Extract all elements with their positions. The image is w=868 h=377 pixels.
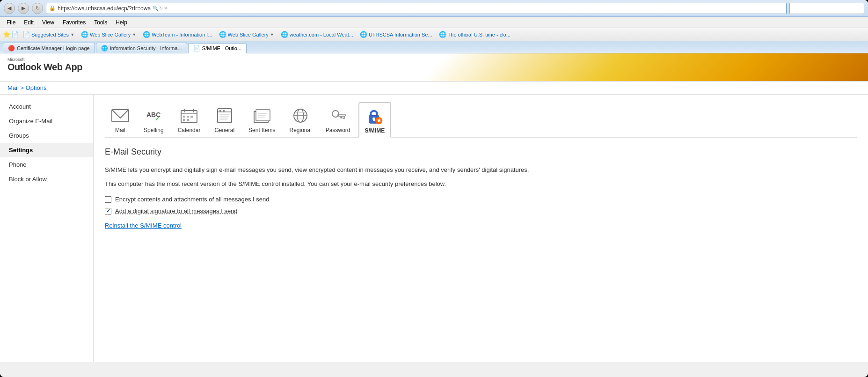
- breadcrumb-mail[interactable]: Mail: [7, 84, 19, 91]
- sidebar-item-groups[interactable]: Groups: [0, 128, 93, 143]
- sent-items-icon: [253, 106, 271, 125]
- tab-smime[interactable]: 📄 S/MIME - Outlo...: [188, 43, 247, 53]
- bookmark-weather[interactable]: 🌐 weather.com - Local Weat...: [278, 30, 356, 39]
- owa-microsoft-logo: Microsoft: [7, 57, 861, 62]
- bookmark-uthscsa-icon: 🌐: [360, 31, 367, 38]
- bookmark-uthscsa[interactable]: 🌐 UTHSCSA Information Se...: [357, 30, 435, 39]
- toolbar-btn-spelling[interactable]: ABC ✓ Spelling: [138, 102, 170, 137]
- calendar-icon: [180, 106, 198, 125]
- tab-infosec-icon: 🌐: [101, 45, 108, 52]
- mail-icon: [111, 106, 130, 125]
- smime-icon: ★: [365, 107, 384, 126]
- menu-edit[interactable]: Edit: [20, 18, 37, 27]
- bookmarks-bar: ⭐ 📄 📄 Suggested Sites ▼ 🌐 Web Slice Gall…: [0, 28, 868, 41]
- refresh-button[interactable]: ↻: [32, 3, 43, 14]
- browser-content: Microsoft Outlook Web App Mail > Options…: [0, 53, 868, 362]
- svg-rect-15: [223, 110, 225, 112]
- svg-text:✓: ✓: [155, 115, 160, 122]
- owa-header: Microsoft Outlook Web App: [0, 53, 868, 81]
- tab-smime-label: S/MIME - Outlo...: [202, 45, 241, 51]
- sidebar-item-organize-email[interactable]: Organize E-Mail: [0, 114, 93, 128]
- bookmark-webslice2-icon: 🌐: [219, 31, 226, 38]
- sidebar-item-settings[interactable]: Settings: [0, 143, 93, 157]
- svg-rect-0: [112, 110, 129, 122]
- toolbar-calendar-label: Calendar: [178, 127, 201, 133]
- toolbar-regional-label: Regional: [289, 127, 311, 133]
- svg-rect-14: [219, 110, 221, 112]
- menu-help[interactable]: Help: [112, 18, 131, 27]
- toolbar-btn-mail[interactable]: Mail: [105, 102, 136, 137]
- toolbar-btn-smime[interactable]: ★ S/MIME: [358, 102, 392, 138]
- bookmark-ustime-label: The official U.S. time - clo...: [448, 32, 511, 37]
- sidebar-item-account[interactable]: Account: [0, 99, 93, 114]
- encrypt-checkbox[interactable]: [105, 196, 111, 203]
- general-icon: [215, 106, 234, 125]
- bookmark-webslice2-label: Web Slice Gallery: [228, 32, 269, 37]
- toolbar-general-label: General: [214, 127, 234, 133]
- tab-cert-label: Certificate Manager | login page: [17, 45, 90, 51]
- address-box[interactable]: 🔒 https://owa.uthscsa.edu/ecp/?rfr=owa 🔍…: [46, 3, 787, 14]
- menu-file[interactable]: File: [3, 18, 19, 27]
- owa-sidebar: Account Organize E-Mail Groups Settings …: [0, 95, 94, 362]
- svg-rect-32: [343, 116, 344, 118]
- toolbar-sent-label: Sent Items: [248, 127, 275, 133]
- svg-rect-7: [183, 116, 185, 118]
- spelling-icon: ABC ✓: [144, 106, 163, 125]
- breadcrumb-separator: >: [20, 84, 25, 91]
- tab-bar: 🔴 Certificate Manager | login page 🌐 Inf…: [0, 41, 868, 53]
- reinstall-link-container: Reinstall the S/MIME control: [105, 222, 857, 229]
- section-title: E-Mail Security: [105, 147, 857, 160]
- reinstall-smime-link[interactable]: Reinstall the S/MIME control: [105, 222, 182, 229]
- toolbar-mail-label: Mail: [115, 127, 125, 133]
- lock-icon: 🔒: [49, 5, 56, 11]
- svg-text:★: ★: [376, 118, 381, 123]
- bookmark-webteam[interactable]: 🌐 WebTeam - Information f...: [140, 30, 215, 39]
- toolbar-btn-password[interactable]: Password: [320, 102, 357, 137]
- url-refresh-icon: ↻: [159, 6, 163, 11]
- section-description1: S/MIME lets you encrypt and digitally si…: [105, 165, 857, 175]
- menu-view[interactable]: View: [38, 18, 58, 27]
- add-favorite-icon: 📄: [11, 31, 19, 38]
- svg-rect-36: [373, 119, 375, 121]
- svg-rect-9: [190, 116, 193, 118]
- bookmark-ustime-icon: 🌐: [439, 31, 446, 38]
- menu-favorites[interactable]: Favorites: [59, 18, 89, 27]
- sidebar-item-block-or-allow[interactable]: Block or Allow: [0, 172, 93, 186]
- svg-rect-10: [183, 119, 185, 121]
- back-button[interactable]: ◀: [4, 3, 15, 14]
- tab-cert-manager[interactable]: 🔴 Certificate Manager | login page: [3, 43, 95, 53]
- menu-tools[interactable]: Tools: [90, 18, 111, 27]
- toolbar-btn-regional[interactable]: Regional: [283, 102, 317, 137]
- address-bar-area: ◀ ▶ ↻ 🔒 https://owa.uthscsa.edu/ecp/?rfr…: [0, 0, 868, 17]
- favorites-star-icon: ⭐: [3, 31, 10, 38]
- browser-window: ◀ ▶ ↻ 🔒 https://owa.uthscsa.edu/ecp/?rfr…: [0, 0, 868, 377]
- bookmark-webslice2-dropdown: ▼: [270, 32, 274, 37]
- svg-rect-11: [187, 119, 189, 121]
- svg-rect-8: [187, 116, 189, 118]
- bookmark-web-slice-1[interactable]: 🌐 Web Slice Gallery ▼: [78, 30, 139, 39]
- encrypt-checkbox-label: Encrypt contents and attachments of all …: [115, 196, 270, 203]
- bookmark-web-slice-2[interactable]: 🌐 Web Slice Gallery ▼: [216, 30, 277, 39]
- digital-sig-checkbox-label: Add a digital signature to all messages …: [115, 207, 238, 214]
- forward-button[interactable]: ▶: [18, 3, 29, 14]
- tab-smime-icon: 📄: [193, 45, 200, 52]
- owa-body: Account Organize E-Mail Groups Settings …: [0, 95, 868, 362]
- bookmark-weather-label: weather.com - Local Weat...: [290, 32, 353, 37]
- toolbar-btn-sent-items[interactable]: Sent Items: [242, 102, 281, 137]
- owa-app-title: Outlook Web App: [7, 62, 861, 73]
- icon-toolbar: Mail ABC ✓ Spelling: [105, 102, 857, 138]
- bookmark-ustime[interactable]: 🌐 The official U.S. time - clo...: [436, 30, 513, 39]
- bookmark-suggested-dropdown: ▼: [70, 32, 74, 37]
- toolbar-btn-calendar[interactable]: Calendar: [172, 102, 207, 137]
- bookmark-suggested-sites[interactable]: 📄 Suggested Sites ▼: [20, 30, 77, 39]
- search-input[interactable]: [789, 3, 864, 14]
- digital-sig-checkbox[interactable]: ✓: [105, 208, 111, 214]
- regional-icon: [291, 106, 310, 125]
- checkbox-check-mark: ✓: [106, 208, 110, 214]
- bookmark-suggested-label: Suggested Sites: [31, 32, 69, 37]
- bookmark-suggested-icon: 📄: [22, 31, 30, 38]
- toolbar-btn-general[interactable]: General: [208, 102, 241, 137]
- menu-bar: File Edit View Favorites Tools Help: [0, 17, 868, 28]
- tab-info-security[interactable]: 🌐 Information Security - Informa...: [96, 43, 187, 53]
- sidebar-item-phone[interactable]: Phone: [0, 157, 93, 172]
